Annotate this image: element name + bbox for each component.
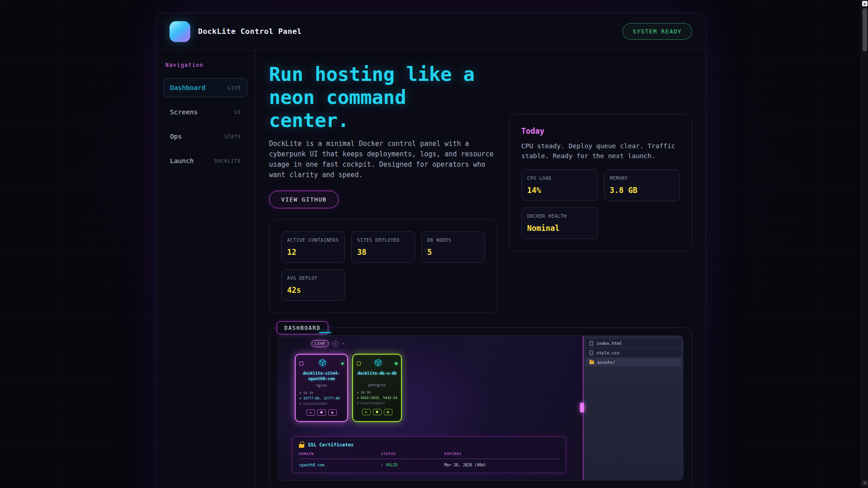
screenshot-toolbar: LIVE ↻ [311, 340, 344, 347]
ssl-status: ✓ VALID [381, 463, 444, 467]
page-background: DockLite Control Panel SYSTEM READY Navi… [0, 0, 868, 488]
container-cube-icon [374, 359, 382, 368]
container-cards: docklite-site4- sgauth0-com nginx ◔1d 2h… [295, 354, 402, 422]
restart-button[interactable]: ↻ [307, 409, 315, 416]
sidebar-item-ops[interactable]: Ops STATS [164, 127, 247, 146]
stat-value: 42s [287, 286, 339, 295]
ssl-expires: Mar 26, 2026 (90d) [444, 463, 559, 467]
sidebar: Navigation Dashboard LIVE Screens UI Ops… [156, 50, 255, 488]
stat-value: 5 [427, 248, 479, 257]
container-checkbox[interactable] [357, 361, 361, 366]
container-ports: 32777:80, 32777:80 [303, 396, 340, 400]
view-github-button[interactable]: VIEW GITHUB [269, 191, 339, 208]
file-name: style.css [596, 350, 619, 355]
status-dot-icon [341, 362, 344, 365]
refresh-glyph: ↻ [335, 342, 337, 346]
file-row-assets[interactable]: assets/ [585, 358, 681, 366]
stop-button[interactable]: ■ [317, 409, 326, 416]
stop-button[interactable]: ■ [373, 409, 382, 415]
app-window: DockLite Control Panel SYSTEM READY Navi… [156, 13, 706, 488]
file-name: index.html [596, 341, 622, 346]
sidebar-item-tag: DOCKLITE [214, 158, 241, 164]
ssl-domain: sgauth0.com [299, 463, 381, 467]
app-logo-icon [170, 21, 190, 42]
container-image: nginx [316, 384, 327, 388]
container-name: docklite-site4- sgauth0-com [303, 371, 340, 381]
container-image: postgres [368, 383, 386, 387]
stat-card-active-containers: ACTIVE CONTAINERS 12 [281, 231, 345, 263]
sidebar-section-label: Navigation [165, 62, 247, 68]
hero-description: DockLite is a minimal Docker control pan… [269, 139, 496, 180]
ssl-certificates-panel: SSL Certificates DOMAIN STATUS EXPIRES s… [292, 436, 566, 473]
sidebar-item-launch[interactable]: Launch DOCKLITE [164, 151, 247, 170]
metric-label: DOCKER HEALTH [527, 214, 592, 219]
sidebar-item-label: Launch [170, 157, 193, 164]
container-actions: ↻ ■ ◉ [307, 409, 337, 416]
today-card: Today CPU steady. Deploy queue clear. Tr… [509, 114, 692, 251]
container-card-db: docklite-db-a-db postgres ◔3d 9h ⇄5432:5… [352, 354, 402, 422]
container-card-site: docklite-site4- sgauth0-com nginx ◔1d 2h… [295, 354, 348, 422]
container-id: e1ba23ed58b1 [303, 402, 328, 406]
sidebar-item-label: Ops [170, 133, 182, 140]
header-bar: DockLite Control Panel SYSTEM READY [156, 13, 706, 50]
folder-icon [590, 361, 594, 364]
scrollbar[interactable]: ▲ ▼ [861, 0, 868, 488]
sidebar-item-dashboard[interactable]: Dashboard LIVE [164, 78, 247, 97]
lock-icon [299, 441, 304, 448]
file-tree-panel: index.html style.css assets/ [583, 336, 683, 480]
sidebar-item-tag: LIVE [228, 85, 241, 90]
stat-label: AVG DEPLOY [287, 276, 339, 281]
file-row-index-html[interactable]: index.html [585, 339, 681, 347]
today-summary: CPU steady. Deploy queue clear. Traffic … [521, 141, 680, 161]
clock-icon: ◔ [299, 391, 302, 395]
stat-label: DB NODES [427, 238, 479, 243]
metric-value: 3.8 GB [610, 186, 675, 195]
today-metrics: CPU LOAD 14% MEMORY 3.8 GB DOCKER HEALTH… [521, 169, 680, 239]
sidebar-item-label: Screens [170, 108, 198, 116]
container-stats: ◔3d 9h ⇄5432:5432, 5432:5432 #9fa2319482… [357, 390, 397, 405]
scroll-up-button[interactable]: ▲ [862, 1, 868, 6]
ssl-col-status: STATUS [381, 452, 444, 456]
metric-card-memory: MEMORY 3.8 GB [604, 169, 680, 201]
scroll-down-button[interactable]: ▼ [862, 480, 868, 486]
sidebar-item-screens[interactable]: Screens UI [164, 103, 247, 122]
ssl-table-row[interactable]: sgauth0.com ✓ VALID Mar 26, 2026 (90d) [299, 459, 559, 467]
container-checkbox[interactable] [299, 361, 303, 366]
container-name-line1: docklite-site4- [303, 371, 340, 376]
stat-value: 12 [287, 248, 339, 257]
container-name-line2: sgauth0-com [303, 376, 340, 382]
logs-button[interactable]: ◉ [328, 409, 337, 416]
metric-card-cpu-load: CPU LOAD 14% [521, 169, 598, 201]
dashboard-preview-card: DASHBOARD LIVE ↻ [269, 328, 692, 488]
hero-heading: Run hosting like a neon command center. [269, 63, 495, 132]
container-cube-icon [319, 359, 326, 368]
split-handle[interactable] [580, 403, 584, 413]
container-uptime: 3d 9h [361, 390, 371, 394]
refresh-icon[interactable]: ↻ [332, 341, 339, 347]
stat-value: 38 [357, 248, 409, 257]
sidebar-item-tag: UI [234, 109, 241, 115]
stat-card-db-nodes: DB NODES 5 [421, 231, 485, 263]
ports-icon: ⇄ [357, 396, 359, 400]
metric-card-docker-health: DOCKER HEALTH Nominal [521, 207, 598, 239]
file-row-style-css[interactable]: style.css [585, 348, 681, 357]
ssl-col-expires: EXPIRES [444, 452, 559, 456]
container-uptime: 1d 2h [303, 391, 314, 395]
ports-icon: ⇄ [299, 396, 302, 400]
clock-icon: ◔ [357, 390, 359, 394]
hash-icon: # [299, 402, 302, 406]
menu-dot-icon [342, 343, 344, 344]
restart-button[interactable]: ↻ [362, 409, 371, 415]
container-name: docklite-db-a-db [358, 371, 397, 381]
container-name-line1: docklite-db-a-db [358, 371, 397, 376]
body-row: Navigation Dashboard LIVE Screens UI Ops… [156, 50, 706, 488]
scrollbar-thumb[interactable] [863, 8, 867, 52]
stat-card-sites-deployed: SITES DEPLOYED 38 [351, 231, 415, 263]
container-stats: ◔1d 2h ⇄32777:80, 32777:80 #e1ba23ed58b1 [299, 391, 344, 406]
sidebar-item-tag: STATS [224, 134, 241, 139]
file-icon [590, 351, 593, 355]
metric-label: CPU LOAD [527, 176, 592, 181]
system-ready-badge: SYSTEM READY [623, 23, 692, 40]
logs-button[interactable]: ◉ [384, 409, 392, 415]
container-ports: 5432:5432, 5432:5432 [361, 396, 397, 400]
